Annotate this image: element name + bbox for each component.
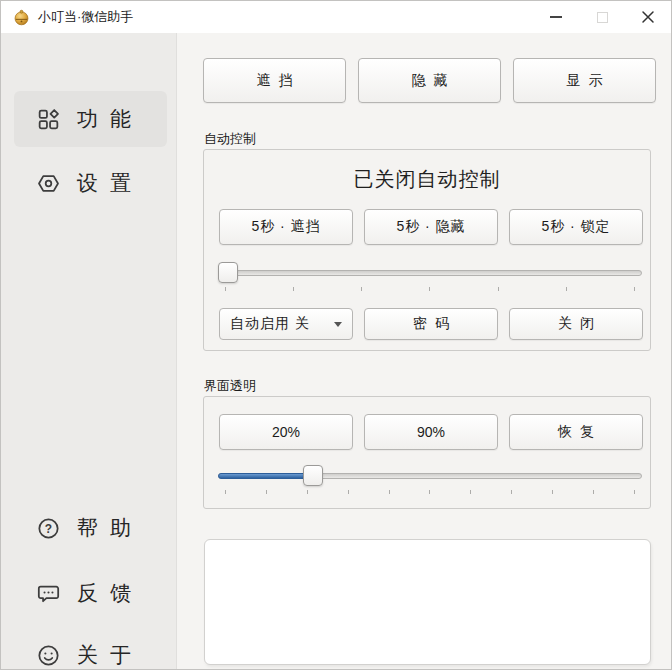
slider-ticks <box>225 490 635 495</box>
sidebar-item-label: 反馈 <box>77 579 143 607</box>
slider-fill <box>218 473 315 479</box>
auto-enable-dropdown[interactable]: 自动启用 关 <box>219 308 353 340</box>
titlebar: 小叮当·微信助手 <box>1 1 671 33</box>
log-textarea[interactable] <box>204 539 651 665</box>
dropdown-value: 自动启用 关 <box>230 315 334 333</box>
opacity-20-button[interactable]: 20% <box>219 414 353 450</box>
maximize-button[interactable] <box>579 1 625 33</box>
smiley-icon <box>36 643 61 668</box>
maximize-icon <box>597 12 608 23</box>
sidebar: 功能 设置 ? 帮助 <box>1 33 177 670</box>
password-button[interactable]: 密码 <box>364 308 498 340</box>
slider-thumb[interactable] <box>303 465 323 486</box>
sidebar-item-label: 关于 <box>77 641 143 669</box>
cover-button[interactable]: 遮挡 <box>203 58 346 103</box>
sidebar-item-label: 设置 <box>77 169 143 197</box>
slider-thumb[interactable] <box>218 262 238 283</box>
sidebar-item-help[interactable]: ? 帮助 <box>14 500 167 556</box>
chevron-down-icon <box>334 322 342 327</box>
close-button[interactable] <box>625 1 671 33</box>
show-button[interactable]: 显示 <box>513 58 656 103</box>
settings-icon <box>36 171 61 196</box>
slider-track[interactable] <box>218 270 642 276</box>
sidebar-item-about[interactable]: 关于 <box>14 627 167 670</box>
minimize-button[interactable] <box>533 1 579 33</box>
sidebar-item-label: 帮助 <box>77 514 143 542</box>
auto-control-status: 已关闭自动控制 <box>204 166 650 193</box>
feedback-icon <box>36 581 61 606</box>
bell-icon <box>13 9 30 26</box>
close-icon <box>641 10 655 24</box>
slider-ticks <box>225 287 635 292</box>
opacity-slider[interactable] <box>218 465 642 495</box>
auto-control-section-label: 自动控制 <box>204 130 256 148</box>
window-controls <box>533 1 671 33</box>
sidebar-item-settings[interactable]: 设置 <box>14 155 167 211</box>
sidebar-item-label: 功能 <box>77 105 143 133</box>
opacity-restore-button[interactable]: 恢复 <box>509 414 643 450</box>
help-icon: ? <box>36 516 61 541</box>
timer-hide-button[interactable]: 5秒 · 隐藏 <box>364 209 498 245</box>
auto-control-group: 已关闭自动控制 5秒 · 遮挡 5秒 · 隐藏 5秒 · 锁定 自动启用 关 密… <box>203 149 651 351</box>
transparency-section-label: 界面透明 <box>204 377 256 395</box>
sidebar-item-features[interactable]: 功能 <box>14 91 167 147</box>
timer-cover-button[interactable]: 5秒 · 遮挡 <box>219 209 353 245</box>
window-title: 小叮当·微信助手 <box>38 8 133 26</box>
svg-text:?: ? <box>45 521 52 535</box>
minimize-icon <box>550 16 562 18</box>
hide-button[interactable]: 隐藏 <box>358 58 501 103</box>
opacity-90-button[interactable]: 90% <box>364 414 498 450</box>
app-window: 小叮当·微信助手 功能 <box>0 0 672 670</box>
transparency-group: 20% 90% 恢复 <box>203 396 651 509</box>
sidebar-item-feedback[interactable]: 反馈 <box>14 565 167 621</box>
grid-icon <box>36 107 61 132</box>
delay-slider[interactable] <box>218 262 642 292</box>
auto-close-button[interactable]: 关闭 <box>509 308 643 340</box>
timer-lock-button[interactable]: 5秒 · 锁定 <box>509 209 643 245</box>
